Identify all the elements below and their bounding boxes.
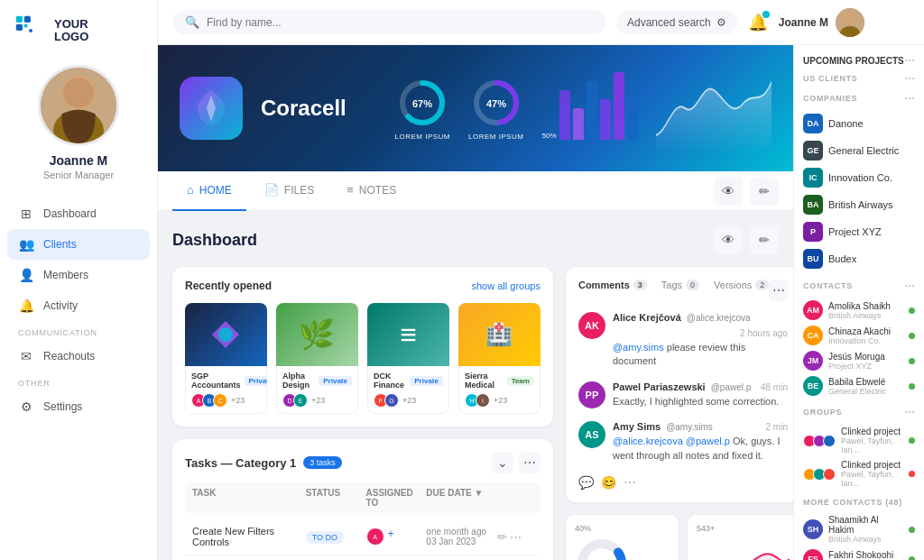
task-more-1[interactable]: ⋯	[510, 530, 522, 544]
project-card-alpha[interactable]: 🌿 Alpha Design Private D E	[276, 303, 358, 414]
task-edit-1[interactable]: ✏	[497, 530, 507, 544]
group-1[interactable]: Clinked project Pawel, Tayfun, Ian...	[803, 424, 915, 457]
group-2[interactable]: Clinked project Pawel, Tayfun, Ian...	[803, 457, 915, 491]
nav-clients[interactable]: 👥 Clients	[7, 229, 150, 260]
avatar-3: C	[213, 393, 227, 408]
more-contact-avatar-1: SH	[803, 519, 823, 539]
dashboard-icon: ⊞	[18, 207, 34, 221]
more-contact-2[interactable]: FS Fakhri Shokoohi British Airways	[803, 546, 915, 560]
comment-avatar-3: AS	[578, 421, 605, 448]
project-thumb-3: ≡	[367, 303, 449, 366]
svg-rect-1	[24, 16, 31, 23]
edit-icon-btn[interactable]: ✏	[750, 177, 779, 206]
edit-btn[interactable]: ✏	[750, 225, 779, 254]
more-online-1	[909, 527, 915, 533]
contact-ca[interactable]: CA Chinaza Akachi Innovation Co.	[803, 323, 915, 348]
notifications-btn[interactable]: 🔔	[748, 13, 768, 32]
comment-handle-2: @pawel.p	[711, 382, 752, 392]
contact-avatar-jm: JM	[803, 351, 823, 371]
tab-notes[interactable]: ≡ NOTES	[332, 171, 411, 211]
contacts-more-btn[interactable]: ⋯	[904, 280, 915, 292]
recently-opened-title: Recently opened	[185, 280, 472, 292]
advanced-search-btn[interactable]: Advanced search ⚙	[616, 11, 737, 34]
company-avatar-ba: BA	[803, 195, 823, 215]
more-contact-1[interactable]: SH Shaamikh Al Hakim British Airways	[803, 512, 915, 546]
company-ge[interactable]: GE General Electric	[803, 137, 915, 164]
companies-more-btn[interactable]: ⋯	[904, 92, 915, 105]
comments-more-btn[interactable]: ⋯	[769, 280, 788, 301]
nav-dashboard[interactable]: ⊞ Dashboard	[7, 198, 150, 229]
groups-more-btn[interactable]: ⋯	[904, 406, 915, 418]
right-sidebar: UPCOMING PROJECTS ⋯ US CLIENTS ⋯ COMPANI…	[793, 45, 924, 560]
hero-banner: Coracell 67% LOREM IPSUM	[158, 45, 793, 171]
user-menu[interactable]: Joanne M	[779, 8, 864, 37]
company-avatar-pxyz: P	[803, 222, 823, 242]
company-ba[interactable]: BA British Airways	[803, 191, 915, 218]
comment-tabs: Comments 3 Tags 0 Versions	[578, 280, 769, 290]
company-da[interactable]: DA Danone	[803, 110, 915, 137]
company-pxyz[interactable]: P Project XYZ	[803, 218, 915, 245]
project-thumb-4: 🏥	[458, 303, 541, 366]
right-column: Comments 3 Tags 0 Versions	[566, 267, 793, 560]
us-clients-more-btn[interactable]: ⋯	[904, 72, 915, 85]
page-title: Dashboard	[172, 231, 714, 250]
svg-point-10	[844, 13, 856, 25]
svg-point-18	[218, 327, 233, 342]
view-icon-btn[interactable]: 👁	[714, 177, 743, 206]
tab-comments[interactable]: Comments 3	[578, 280, 647, 290]
comment-reply-btn[interactable]: 💬	[578, 475, 594, 490]
comment-author-2: Pawel Pariaszewski	[613, 381, 706, 392]
mini-chart-line: 543+	[688, 515, 793, 560]
company-ic[interactable]: IC Innovation Co.	[803, 164, 915, 191]
svg-text:47%: 47%	[486, 98, 506, 109]
company-name: Coracell	[261, 96, 376, 121]
gauge-2: 47%	[469, 76, 523, 130]
logo-icon	[14, 14, 47, 47]
task-more-btn[interactable]: ⋯	[519, 452, 541, 473]
center-panel: Coracell 67% LOREM IPSUM	[158, 45, 793, 560]
task-expand-btn[interactable]: ⌄	[492, 452, 513, 473]
avatar-5: E	[293, 393, 308, 408]
comment-emoji-btn[interactable]: 😊	[601, 475, 616, 490]
notes-icon: ≡	[346, 183, 354, 197]
contact-jm[interactable]: JM Jesús Moruga Project XYZ	[803, 348, 915, 373]
user-avatar	[38, 65, 119, 146]
contact-be[interactable]: BE Babila Ebwelé General Electric	[803, 373, 915, 399]
company-bu[interactable]: BU Budex	[803, 245, 915, 272]
nav-activity[interactable]: 🔔 Activity	[7, 290, 150, 321]
logo-area: YOUR LOGO	[0, 14, 157, 47]
svg-text:67%: 67%	[412, 98, 432, 109]
view-toggle-btn[interactable]: 👁	[714, 225, 743, 254]
comment-2: PP Pawel Pariaszewski @pawel.p 48 min Ex…	[578, 381, 788, 409]
filter-icon: ⚙	[716, 16, 726, 29]
top-bar: 🔍 Advanced search ⚙ 🔔 Joanne M	[158, 0, 924, 45]
dashboard-content: Dashboard 👁 ✏ Recently opened show all g…	[158, 211, 793, 560]
tab-home[interactable]: ⌂ HOME	[172, 171, 246, 211]
comment-time-1: 2 hours ago	[740, 328, 788, 338]
tab-files[interactable]: 📄 FILES	[250, 171, 328, 211]
project-badge-3: Private	[410, 376, 443, 386]
nav-reachouts[interactable]: ✉ Reachouts	[7, 341, 150, 372]
notification-dot	[762, 11, 770, 18]
tab-versions[interactable]: Versions 2	[714, 280, 769, 290]
nav-settings[interactable]: ⚙ Settings	[7, 391, 150, 422]
upcoming-options-btn[interactable]: ⋯	[904, 54, 915, 67]
mini-chart-donut: 40% 40%	[566, 515, 679, 560]
project-card-dck[interactable]: ≡ DCK Finance Private F G	[367, 303, 449, 414]
show-all-btn[interactable]: show all groups	[472, 280, 541, 291]
settings-icon: ⚙	[18, 399, 34, 414]
nav-members[interactable]: 👤 Members	[7, 260, 150, 290]
contact-am[interactable]: AM Amolika Shaikh British Airways	[803, 298, 915, 323]
comment-text-2: Exactly, I highlighted some correction.	[613, 395, 788, 409]
comment-more-btn[interactable]: ⋯	[624, 475, 636, 490]
user-menu-avatar	[836, 8, 864, 37]
project-card-sierra[interactable]: 🏥 Sierra Medical Team H I	[458, 303, 541, 414]
contact-avatar-ca: CA	[803, 326, 823, 345]
line-chart	[697, 537, 791, 560]
search-input[interactable]	[207, 16, 593, 29]
companies-section: COMPANIES ⋯ DA Danone GE General Electri…	[794, 92, 924, 272]
tab-tags[interactable]: Tags 0	[661, 280, 699, 290]
more-online-2	[909, 556, 915, 561]
task-status-1: TO DO	[306, 531, 344, 544]
project-card-sgp[interactable]: SGP Accountants Private A B C +23	[185, 303, 267, 414]
